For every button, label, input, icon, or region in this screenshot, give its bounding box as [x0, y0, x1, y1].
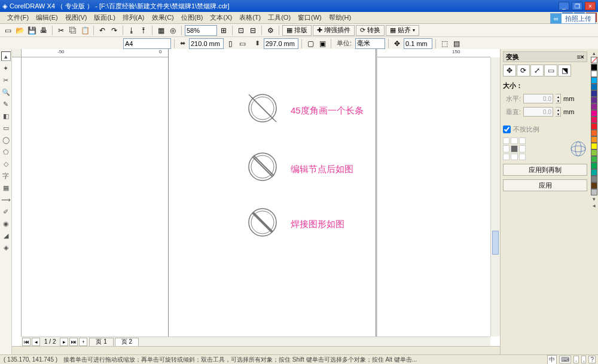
palette-down-button[interactable]: ▾ [593, 196, 596, 202]
palette-flyout-button[interactable]: ◂ [593, 203, 596, 209]
ime-item[interactable]: . [573, 356, 579, 363]
text-tool[interactable]: 字 [1, 171, 11, 181]
palette-up-button[interactable]: ▴ [593, 50, 596, 56]
color-swatch[interactable] [591, 176, 597, 182]
page-setup2-button[interactable]: ▣ [317, 38, 328, 49]
vertical-scrollbar[interactable] [490, 57, 500, 337]
page-prev-button[interactable]: ◂ [32, 338, 40, 346]
basic-shapes-tool[interactable]: ◇ [1, 159, 11, 169]
orient-portrait-button[interactable]: ▯ [225, 38, 236, 49]
color-swatch[interactable] [591, 77, 597, 84]
color-swatch[interactable] [591, 156, 597, 163]
h-spin[interactable]: ▴▾ [556, 94, 561, 103]
menu-item[interactable]: 工具(O) [264, 12, 294, 23]
freehand-tool[interactable]: ✎ [1, 99, 11, 109]
vertical-ruler[interactable] [12, 57, 22, 337]
menu-item[interactable]: 版面(L) [90, 12, 118, 23]
interactive-fill-tool[interactable]: ◈ [1, 243, 11, 252]
vertical-scroll-thumb[interactable] [492, 231, 499, 255]
shape-tool[interactable]: ✦ [1, 63, 11, 73]
page-setup1-button[interactable]: ▢ [305, 38, 316, 49]
options-button[interactable]: ⚙ [265, 25, 276, 36]
shape-circle-2[interactable] [246, 151, 279, 183]
dup-dist-button[interactable]: ⬚ [439, 38, 450, 49]
page-last-button[interactable]: ⏭ [69, 338, 78, 346]
window-close-button[interactable]: × [585, 2, 596, 10]
menu-item[interactable]: 窗口(W) [294, 12, 325, 23]
color-swatch[interactable] [591, 90, 597, 97]
color-swatch[interactable] [591, 130, 597, 136]
redo-button[interactable]: ↷ [109, 25, 120, 36]
menu-item[interactable]: 编辑(E) [32, 12, 62, 23]
window-minimize-button[interactable]: _ [559, 2, 569, 10]
keep-ratio-checkbox[interactable] [503, 126, 511, 133]
welcome-button[interactable]: ◎ [167, 25, 178, 36]
undo-button[interactable]: ↶ [97, 25, 108, 36]
color-swatch[interactable] [591, 123, 597, 130]
save-button[interactable]: 💾 [26, 25, 37, 36]
paste-button[interactable]: 📋 [80, 25, 90, 36]
nudge-input[interactable] [404, 38, 432, 49]
smartfill-tool[interactable]: ◧ [1, 111, 11, 121]
color-swatch[interactable] [591, 143, 597, 149]
app-launcher-button[interactable]: ▦ [155, 25, 166, 36]
menu-item[interactable]: 效果(C) [148, 12, 178, 23]
color-swatch[interactable] [591, 117, 597, 123]
menu-item[interactable]: 位图(B) [178, 12, 207, 23]
blend-tool[interactable]: ⟿ [1, 195, 11, 204]
page-next-button[interactable]: ▸ [60, 338, 68, 346]
pick-tool[interactable]: ▴ [1, 51, 11, 61]
drawing-viewport[interactable]: 45度角画一个长条 编辑节点后如图 焊接图形如图 [22, 57, 490, 337]
anchor-grid[interactable] [503, 137, 526, 160]
import-button[interactable]: ⭳ [126, 25, 137, 36]
color-swatch[interactable] [591, 189, 597, 195]
print-button[interactable]: 🖶 [38, 25, 49, 36]
snapset-button[interactable]: ▦贴齐▾ [386, 25, 419, 36]
zoom-combo[interactable] [185, 25, 217, 36]
ime-item[interactable]: ? [588, 356, 596, 363]
ime-item[interactable]: ⌨ [559, 356, 571, 363]
page-tab-2[interactable]: 页 2 [115, 338, 139, 346]
shape-circle-1[interactable] [246, 92, 279, 124]
rectangle-tool[interactable]: ▭ [1, 123, 11, 133]
transform-size-button[interactable]: ▭ [544, 65, 557, 77]
apply-button[interactable]: 应用 [503, 179, 587, 191]
color-swatch[interactable] [591, 84, 597, 90]
paper-size-combo[interactable] [123, 38, 171, 49]
menu-item[interactable]: 表格(T) [236, 12, 264, 23]
copy-button[interactable]: ⿻ [68, 25, 78, 36]
transform-scale-button[interactable]: ⤢ [530, 65, 544, 77]
transform-position-button[interactable]: ✥ [503, 65, 516, 77]
color-swatch[interactable] [591, 110, 597, 117]
ruler-origin[interactable] [12, 49, 22, 57]
units-combo[interactable] [355, 38, 385, 49]
color-swatch[interactable] [591, 163, 597, 169]
swatch-none[interactable] [591, 57, 597, 63]
v-input[interactable] [523, 107, 553, 117]
v-spin[interactable]: ▴▾ [556, 107, 561, 117]
snap-button[interactable]: ⊡ [236, 25, 246, 36]
paper-width-input[interactable] [189, 38, 224, 49]
color-swatch[interactable] [591, 64, 597, 71]
h-input[interactable] [523, 94, 553, 103]
menu-item[interactable]: 文件(F) [4, 12, 32, 23]
color-swatch[interactable] [591, 71, 597, 77]
ellipse-tool[interactable]: ◯ [1, 135, 11, 145]
outline-tool[interactable]: ◉ [1, 219, 11, 228]
ime-item[interactable]: , [581, 356, 587, 363]
orient-landscape-button[interactable]: ▭ [237, 38, 248, 49]
color-swatch[interactable] [591, 136, 597, 143]
page-add-button[interactable]: + [79, 338, 87, 346]
crop-tool[interactable]: ✂ [1, 75, 11, 85]
color-swatch[interactable] [591, 182, 597, 189]
new-button[interactable]: ▭ [2, 25, 13, 36]
menu-item[interactable]: 帮助(H) [325, 12, 355, 23]
menu-item[interactable]: 排列(A) [119, 12, 148, 23]
cut-button[interactable]: ✂ [56, 25, 66, 36]
apply-to-duplicate-button[interactable]: 应用到再制 [503, 164, 587, 176]
menu-item[interactable]: 视图(V) [62, 12, 91, 23]
layout-button[interactable]: ▦排版 [282, 25, 312, 36]
page-tab-1[interactable]: 页 1 [89, 338, 113, 346]
color-swatch[interactable] [591, 103, 597, 110]
paper-height-input[interactable] [264, 38, 298, 49]
